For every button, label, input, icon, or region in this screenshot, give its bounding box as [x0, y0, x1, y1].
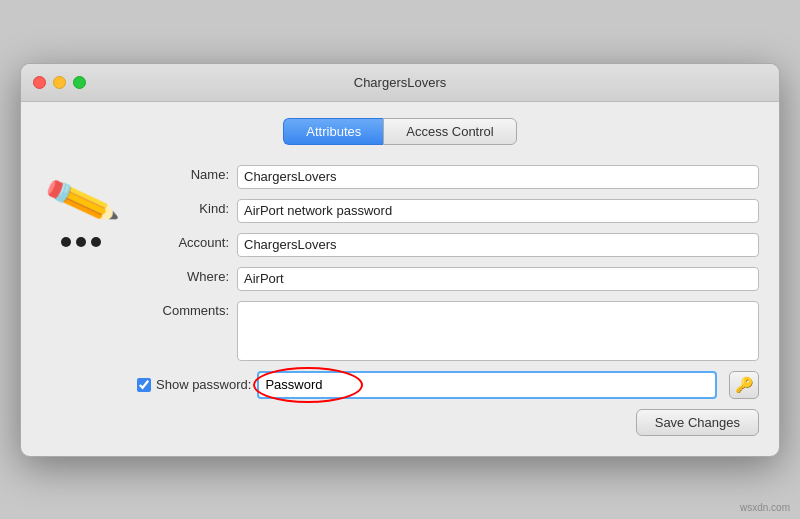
traffic-lights — [33, 76, 86, 89]
password-input-container — [257, 371, 717, 399]
comments-input[interactable] — [237, 301, 759, 361]
key-button[interactable]: 🔑 — [729, 371, 759, 399]
dot-2 — [76, 237, 86, 247]
kind-row: Kind: AirPort network password — [137, 199, 759, 223]
kind-label: Kind: — [137, 199, 237, 216]
comments-row: Comments: — [137, 301, 759, 361]
where-value: AirPort — [237, 267, 759, 291]
form-area: Name: ChargersLovers Kind: AirPort netwo… — [137, 165, 759, 436]
main-area: ✏️ Name: ChargersLovers Kind: AirPort ne… — [41, 165, 759, 436]
maximize-button[interactable] — [73, 76, 86, 89]
tab-access-control[interactable]: Access Control — [383, 118, 516, 145]
save-changes-button[interactable]: Save Changes — [636, 409, 759, 436]
show-password-row: Show password: 🔑 — [137, 371, 759, 399]
close-button[interactable] — [33, 76, 46, 89]
window-title: ChargersLovers — [354, 75, 447, 90]
checkbox-container: Show password: — [137, 377, 251, 392]
pencil-icon: ✏️ — [42, 165, 121, 236]
window-content: Attributes Access Control ✏️ Name: Charg… — [21, 102, 779, 456]
dots-area — [61, 237, 101, 247]
name-row: Name: ChargersLovers — [137, 165, 759, 189]
kind-value: AirPort network password — [237, 199, 759, 223]
titlebar: ChargersLovers — [21, 64, 779, 102]
minimize-button[interactable] — [53, 76, 66, 89]
account-value: ChargersLovers — [237, 233, 759, 257]
where-row: Where: AirPort — [137, 267, 759, 291]
tab-attributes[interactable]: Attributes — [283, 118, 383, 145]
main-window: ChargersLovers Attributes Access Control… — [20, 63, 780, 457]
password-input[interactable] — [257, 371, 717, 399]
watermark: wsxdn.com — [740, 502, 790, 513]
icon-area: ✏️ — [41, 165, 121, 247]
tab-bar: Attributes Access Control — [41, 118, 759, 145]
bottom-row: Save Changes — [137, 409, 759, 436]
where-label: Where: — [137, 267, 237, 284]
show-password-label: Show password: — [156, 377, 251, 392]
name-label: Name: — [137, 165, 237, 182]
show-password-checkbox[interactable] — [137, 378, 151, 392]
key-icon: 🔑 — [735, 376, 754, 394]
dot-3 — [91, 237, 101, 247]
account-row: Account: ChargersLovers — [137, 233, 759, 257]
account-label: Account: — [137, 233, 237, 250]
comments-label: Comments: — [137, 301, 237, 318]
name-value: ChargersLovers — [237, 165, 759, 189]
